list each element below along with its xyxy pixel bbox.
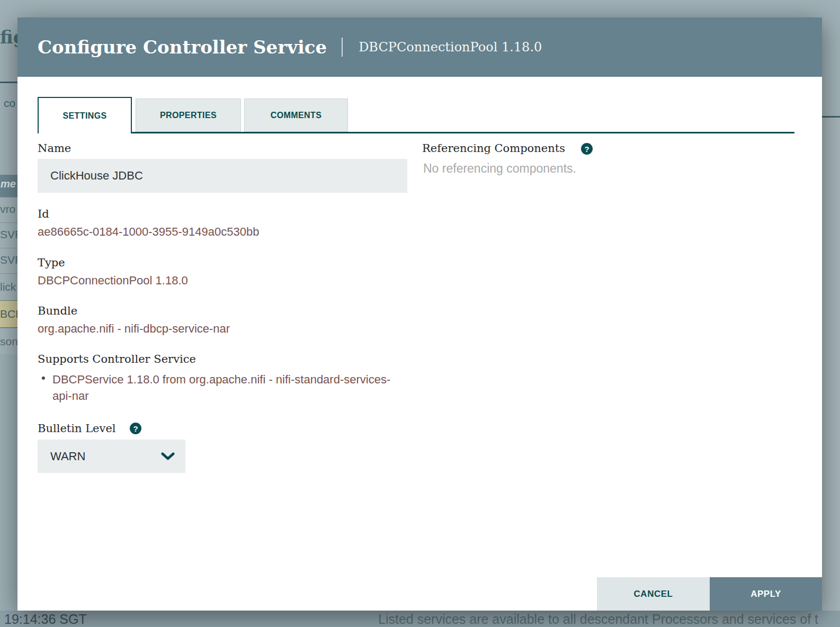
tab-settings[interactable]: SETTINGS [38, 97, 132, 133]
bundle-label: Bundle [38, 304, 77, 317]
bulletin-level-help-icon[interactable]: ? [130, 423, 141, 434]
name-input[interactable] [38, 159, 407, 193]
background-tab-label-fragment: co [4, 97, 15, 110]
dialog-header: Configure Controller Service DBCPConnect… [17, 17, 822, 77]
id-label: Id [38, 208, 49, 220]
apply-button[interactable]: APPLY [710, 577, 822, 611]
id-value: ae86665c-0184-1000-3955-9149a0c530bb [38, 225, 259, 239]
tab-settings-label: SETTINGS [62, 111, 106, 121]
chevron-down-icon [161, 452, 175, 463]
background-header-rule [0, 82, 17, 83]
question-glyph: ? [133, 424, 138, 433]
supports-controller-service-label: Supports Controller Service [38, 353, 196, 365]
background-table-header-label: me [1, 178, 16, 190]
bulletin-level-dropdown[interactable]: WARN [38, 440, 185, 473]
tab-comments-label: COMMENTS [271, 111, 322, 120]
table-row-label: lick [0, 281, 16, 293]
dialog-title: Configure Controller Service [38, 37, 327, 58]
tabs-underline [132, 132, 794, 133]
type-value: DBCPConnectionPool 1.18.0 [38, 274, 188, 288]
bulletin-level-value: WARN [50, 450, 85, 463]
type-label: Type [38, 256, 65, 269]
cancel-button-label: CANCEL [634, 589, 673, 599]
page-root: figu co me vro SVR SVR lick BCP son 19:1… [0, 0, 840, 627]
status-timestamp: 19:14:36 SGT [4, 612, 87, 627]
table-row-label: son [0, 335, 18, 348]
tab-properties[interactable]: PROPERTIES [136, 98, 241, 132]
status-note: Listed services are available to all des… [378, 612, 840, 627]
apply-button-label: APPLY [750, 589, 781, 599]
tab-properties-label: PROPERTIES [160, 111, 217, 120]
dialog-subtitle: DBCPConnectionPool 1.18.0 [359, 40, 542, 55]
table-row-label: vro [0, 203, 15, 216]
background-right-panel-lower [822, 118, 840, 627]
referencing-components-label: Referencing Components [422, 142, 565, 155]
referencing-components-help-icon[interactable]: ? [581, 143, 593, 155]
bullet-icon: • [41, 371, 46, 385]
configure-controller-service-dialog: Configure Controller Service DBCPConnect… [17, 17, 822, 611]
background-left-panel [0, 354, 17, 627]
supported-service-item: DBCPService 1.18.0 from org.apache.nifi … [52, 371, 402, 404]
question-glyph: ? [584, 145, 589, 154]
bulletin-level-label: Bulletin Level [38, 422, 116, 435]
title-divider [342, 38, 343, 57]
no-referencing-components-text: No referencing components. [423, 162, 576, 176]
cancel-button[interactable]: CANCEL [597, 577, 710, 611]
bundle-value: org.apache.nifi - nifi-dbcp-service-nar [38, 322, 230, 336]
tab-comments[interactable]: COMMENTS [244, 98, 348, 132]
name-label: Name [38, 142, 71, 155]
